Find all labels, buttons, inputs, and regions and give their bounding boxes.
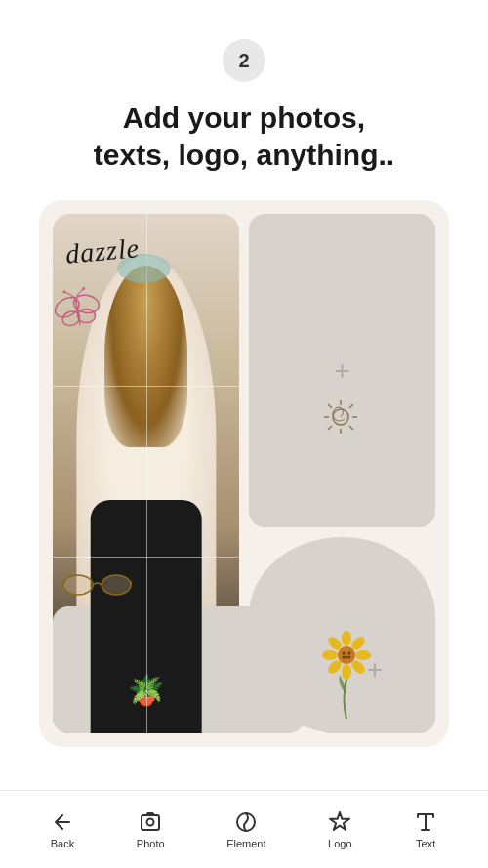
text-icon: [414, 810, 437, 834]
svg-point-36: [147, 818, 154, 825]
logo-icon: [328, 810, 351, 834]
top-section: 2 Add your photos, texts, logo, anything…: [0, 0, 488, 747]
plant-overlay: 🪴: [128, 673, 164, 707]
top-right-cell[interactable]: +: [249, 214, 435, 527]
bottom-nav: Back Photo Element Logo Text: [0, 790, 488, 868]
title-line1: Add your photos,: [123, 102, 365, 134]
main-title: Add your photos, texts, logo, anything..: [55, 100, 433, 173]
svg-rect-35: [142, 815, 159, 830]
back-icon: [51, 810, 74, 834]
nav-element-label: Element: [226, 838, 265, 849]
nav-back-label: Back: [51, 838, 74, 849]
nav-text[interactable]: Text: [414, 810, 437, 849]
element-icon: [234, 810, 258, 834]
canvas-area: 🪴 + +: [39, 200, 449, 747]
nav-photo-label: Photo: [137, 838, 165, 849]
plus-icon-1: +: [334, 357, 349, 385]
nav-element[interactable]: Element: [226, 810, 265, 849]
hair-overlay: [104, 266, 188, 447]
title-line2: texts, logo, anything..: [94, 139, 394, 171]
nav-text-label: Text: [416, 838, 435, 849]
step-badge: 2: [223, 39, 265, 82]
bottom-right-cell-2[interactable]: +: [314, 606, 435, 733]
step-number: 2: [238, 50, 249, 72]
plus-icon-4: +: [367, 656, 383, 683]
nav-photo[interactable]: Photo: [137, 810, 165, 849]
nav-logo-label: Logo: [328, 838, 351, 849]
photo-icon: [139, 810, 162, 834]
nav-logo[interactable]: Logo: [328, 810, 351, 849]
nav-back[interactable]: Back: [51, 810, 74, 849]
